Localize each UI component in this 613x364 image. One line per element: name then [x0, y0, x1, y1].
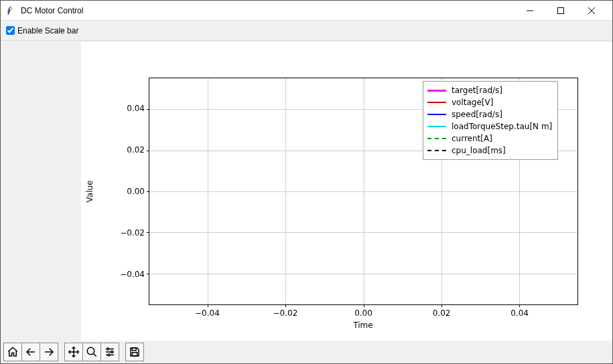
legend-swatch	[427, 90, 446, 92]
ytick-label: −0.04	[111, 270, 145, 279]
enable-scale-bar-input[interactable]	[6, 26, 15, 35]
save-button[interactable]	[125, 343, 144, 361]
ytick-label: −0.02	[111, 228, 145, 238]
pan-button[interactable]	[64, 343, 83, 361]
legend-item: voltage[V]	[427, 96, 552, 108]
configure-subplots-button[interactable]	[100, 343, 119, 361]
xtick-label: 0.04	[500, 308, 540, 318]
ytick-label: 0.04	[111, 104, 145, 113]
plot-legend: target[rad/s] voltage[V] speed[rad/s] lo…	[423, 81, 558, 160]
home-icon	[7, 346, 19, 358]
home-button[interactable]	[3, 343, 22, 361]
plot-toolbar	[1, 341, 612, 363]
zoom-icon	[86, 346, 98, 358]
svg-rect-1	[558, 7, 564, 13]
svg-rect-9	[132, 353, 137, 356]
zoom-button[interactable]	[82, 343, 101, 361]
xtick-label: −0.04	[187, 308, 227, 318]
xtick-label: −0.02	[265, 308, 305, 318]
svg-point-4	[87, 347, 94, 355]
legend-item: target[rad/s]	[427, 84, 552, 96]
legend-swatch	[427, 138, 446, 139]
plot-area: 0.04 0.02 0.00 −0.02 −0.04 −0.04 −0.02 0…	[1, 41, 612, 341]
app-icon	[6, 5, 17, 16]
xtick-label: 0.00	[344, 308, 384, 318]
legend-item: cpu_load[ms]	[427, 145, 552, 157]
legend-swatch	[427, 126, 446, 127]
svg-rect-8	[132, 348, 136, 351]
legend-swatch	[427, 102, 446, 103]
maximize-icon	[557, 7, 564, 14]
ytick-label: 0.00	[111, 187, 145, 196]
legend-label: voltage[V]	[452, 98, 493, 107]
sliders-icon	[104, 346, 116, 358]
svg-point-7	[108, 354, 110, 356]
arrow-left-icon	[25, 346, 37, 358]
back-button[interactable]	[21, 343, 40, 361]
legend-swatch	[427, 114, 446, 115]
options-bar: Enable Scale bar	[1, 21, 612, 41]
arrow-right-icon	[43, 346, 55, 358]
legend-label: target[rad/s]	[452, 86, 502, 95]
x-axis-label: Time	[353, 321, 372, 330]
close-icon	[588, 7, 595, 14]
minimize-button[interactable]	[515, 1, 545, 21]
ytick-label: 0.02	[111, 145, 145, 155]
legend-item: current[A]	[427, 132, 552, 145]
window-title: DC Motor Control	[21, 6, 83, 15]
minimize-icon	[527, 7, 533, 14]
legend-label: speed[rad/s]	[452, 110, 502, 119]
move-icon	[68, 346, 80, 358]
maximize-button[interactable]	[545, 1, 576, 21]
y-axis-label: Value	[85, 181, 94, 203]
legend-label: current[A]	[452, 134, 492, 143]
legend-item: speed[rad/s]	[427, 108, 552, 120]
svg-point-5	[107, 348, 109, 350]
close-button[interactable]	[576, 1, 607, 21]
legend-label: loadTorqueStep.tau[N m]	[452, 122, 552, 131]
enable-scale-bar-checkbox[interactable]: Enable Scale bar	[6, 26, 78, 35]
forward-button[interactable]	[40, 343, 58, 361]
xtick-label: 0.02	[421, 308, 462, 318]
legend-swatch	[427, 150, 446, 151]
enable-scale-bar-label: Enable Scale bar	[17, 26, 78, 35]
save-icon	[129, 346, 141, 358]
svg-point-6	[111, 351, 113, 353]
legend-label: cpu_load[ms]	[452, 146, 506, 155]
legend-item: loadTorqueStep.tau[N m]	[427, 120, 552, 132]
titlebar: DC Motor Control	[1, 1, 612, 21]
